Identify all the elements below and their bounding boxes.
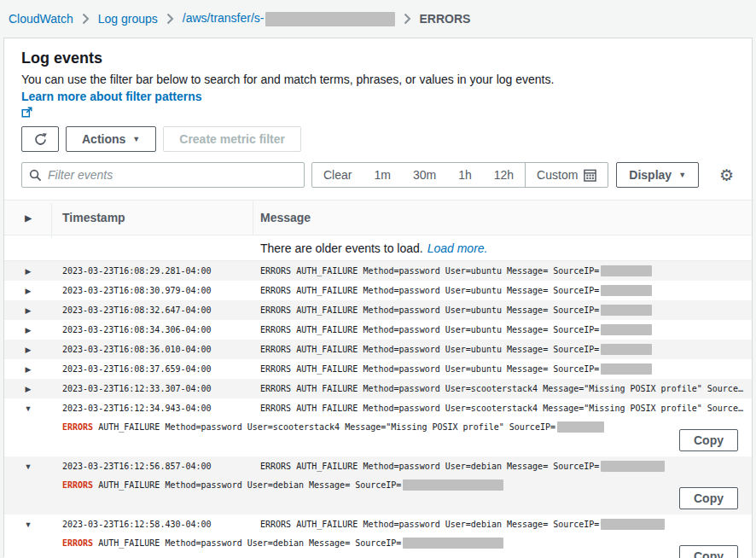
log-group-name-text: /aws/transfer/s- (183, 11, 265, 25)
expand-row-icon[interactable]: ▶ (4, 346, 52, 354)
log-event-row[interactable]: ▼2023-03-23T16:12:56.857-04:00ERRORS AUT… (4, 456, 752, 476)
search-icon (29, 169, 42, 182)
log-event-row[interactable]: ▶2023-03-23T16:08:30.979-04:00ERRORS AUT… (4, 281, 752, 300)
event-message: ERRORS AUTH_FAILURE Method=password User… (253, 305, 752, 316)
actions-button[interactable]: Actions ▼ (66, 126, 156, 152)
display-label: Display (629, 168, 672, 182)
breadcrumb-log-group-name[interactable]: /aws/transfer/s- (183, 11, 395, 26)
event-message: ERRORS AUTH_FAILURE Method=password User… (253, 285, 752, 296)
log-rows: ▶2023-03-23T16:08:29.281-04:00ERRORS AUT… (4, 261, 752, 558)
chevron-right-icon (166, 13, 174, 25)
redacted-log-group-id (265, 12, 395, 26)
log-event-row[interactable]: ▼2023-03-23T16:12:34.943-04:00ERRORS AUT… (4, 398, 752, 418)
expand-row-icon[interactable]: ▶ (4, 326, 52, 334)
table-header: ▶ Timestamp Message (4, 201, 752, 235)
event-message-text: ERRORS AUTH_FAILURE Method=password User… (260, 462, 599, 471)
event-message: ERRORS AUTH_FAILURE Method=password User… (253, 265, 752, 276)
refresh-button[interactable] (21, 126, 59, 152)
actions-label: Actions (82, 132, 125, 146)
collapse-row-icon[interactable]: ▼ (4, 462, 52, 471)
custom-range-button[interactable]: Custom (525, 163, 608, 187)
event-timestamp: 2023-03-23T16:08:30.979-04:00 (52, 286, 253, 295)
event-detail-text: AUTH_FAILURE Method=password User=debian… (93, 538, 401, 548)
log-event-row[interactable]: ▶2023-03-23T16:08:34.306-04:00ERRORS AUT… (4, 320, 752, 340)
breadcrumb-cloudwatch[interactable]: CloudWatch (9, 12, 73, 26)
display-button[interactable]: Display ▼ (616, 162, 699, 188)
time-range-group: Clear 1m 30m 1h 12h Custom (311, 162, 608, 188)
filter-events-searchbox[interactable] (21, 162, 305, 188)
create-metric-filter-button[interactable]: Create metric filter (163, 126, 301, 152)
event-message-text: ERRORS AUTH_FAILURE Method=password User… (260, 305, 599, 315)
redacted-source-ip (557, 421, 604, 433)
log-event-row[interactable]: ▶2023-03-23T16:08:32.647-04:00ERRORS AUT… (4, 300, 752, 320)
log-event: ▶2023-03-23T16:08:30.979-04:00ERRORS AUT… (4, 281, 752, 300)
event-detail-error-token: ERRORS (62, 538, 93, 548)
breadcrumb-current-stream: ERRORS (420, 12, 471, 26)
event-detail: ERRORS AUTH_FAILURE Method=password User… (4, 538, 752, 549)
log-event-row[interactable]: ▼2023-03-23T16:12:58.430-04:00ERRORS AUT… (4, 514, 752, 534)
page-title: Log events (21, 49, 735, 67)
breadcrumb: CloudWatch Log groups /aws/transfer/s- E… (0, 0, 756, 38)
expand-row-icon[interactable]: ▶ (4, 385, 52, 393)
caret-down-icon: ▼ (132, 136, 140, 143)
log-event: ▶2023-03-23T16:08:29.281-04:00ERRORS AUT… (4, 261, 752, 281)
log-event: ▼2023-03-23T16:12:58.430-04:00ERRORS AUT… (4, 514, 752, 558)
event-detail-text: AUTH_FAILURE Method=password User=scoote… (93, 422, 555, 432)
older-events-row: There are older events to load. Load mor… (4, 235, 752, 261)
log-events-table: ▶ Timestamp Message There are older even… (4, 200, 752, 558)
refresh-icon (33, 132, 48, 147)
expand-row-icon[interactable]: ▶ (4, 267, 52, 276)
chevron-right-icon (404, 13, 411, 25)
event-message-text: ERRORS AUTH_FAILURE Method=password User… (260, 404, 752, 413)
copy-button[interactable]: Copy (679, 487, 738, 509)
expand-row-icon[interactable]: ▶ (4, 306, 52, 315)
redacted-source-ip (601, 265, 652, 276)
settings-button[interactable]: ⚙ (718, 166, 736, 185)
redacted-source-ip (601, 519, 665, 530)
log-event-row[interactable]: ▶2023-03-23T16:08:37.659-04:00ERRORS AUT… (4, 359, 752, 379)
event-message: ERRORS AUTH_FAILURE Method=password User… (253, 324, 752, 335)
redacted-source-ip (601, 344, 652, 355)
load-more-link[interactable]: Load more. (427, 241, 488, 255)
range-1m-button[interactable]: 1m (363, 163, 401, 187)
range-1h-button[interactable]: 1h (447, 163, 483, 187)
redacted-source-ip (403, 480, 503, 491)
copy-button[interactable]: Copy (679, 429, 738, 451)
filter-bar: Clear 1m 30m 1h 12h Custom Display ▼ ⚙ (21, 162, 735, 188)
filter-events-input[interactable] (48, 168, 297, 182)
learn-more-link[interactable]: Learn more about filter patterns (21, 90, 735, 118)
range-12h-button[interactable]: 12h (483, 163, 525, 187)
event-timestamp: 2023-03-23T16:08:37.659-04:00 (52, 364, 253, 374)
log-event-row[interactable]: ▶2023-03-23T16:08:29.281-04:00ERRORS AUT… (4, 261, 752, 281)
log-event-row[interactable]: ▶2023-03-23T16:12:33.307-04:00ERRORS AUT… (4, 379, 752, 398)
external-link-icon (21, 107, 735, 118)
range-30m-button[interactable]: 30m (402, 163, 447, 187)
older-events-text: There are older events to load. (260, 241, 423, 255)
log-event: ▶2023-03-23T16:08:37.659-04:00ERRORS AUT… (4, 359, 752, 379)
event-message-text: ERRORS AUTH_FAILURE Method=password User… (260, 364, 599, 374)
expand-row-icon[interactable]: ▶ (4, 365, 52, 374)
caret-down-icon: ▼ (678, 171, 686, 179)
gear-icon: ⚙ (719, 166, 734, 184)
event-message: ERRORS AUTH_FAILURE Method=password User… (253, 519, 752, 530)
event-timestamp: 2023-03-23T16:08:32.647-04:00 (52, 305, 253, 315)
expand-row-icon[interactable]: ▶ (4, 287, 52, 295)
collapse-row-icon[interactable]: ▼ (4, 404, 52, 413)
log-event-row[interactable]: ▶2023-03-23T16:08:36.010-04:00ERRORS AUT… (4, 340, 752, 359)
log-event: ▶2023-03-23T16:08:34.306-04:00ERRORS AUT… (4, 320, 752, 340)
event-detail-error-token: ERRORS (62, 422, 93, 432)
expand-all-icon[interactable]: ▶ (4, 213, 52, 223)
event-detail-error-token: ERRORS (62, 480, 93, 490)
collapse-row-icon[interactable]: ▼ (4, 520, 52, 529)
copy-button[interactable]: Copy (679, 545, 738, 558)
event-timestamp: 2023-03-23T16:12:33.307-04:00 (52, 384, 253, 393)
breadcrumb-log-groups[interactable]: Log groups (98, 12, 158, 26)
log-events-panel: Log events You can use the filter bar be… (3, 38, 753, 557)
event-message: ERRORS AUTH_FAILURE Method=password User… (253, 404, 752, 413)
page-description: You can use the filter bar below to sear… (21, 71, 735, 118)
clear-range-button[interactable]: Clear (312, 163, 363, 187)
timestamp-column-header: Timestamp (52, 211, 253, 224)
redacted-source-ip (601, 285, 652, 296)
log-event: ▶2023-03-23T16:08:36.010-04:00ERRORS AUT… (4, 340, 752, 359)
chevron-right-icon (82, 13, 90, 25)
